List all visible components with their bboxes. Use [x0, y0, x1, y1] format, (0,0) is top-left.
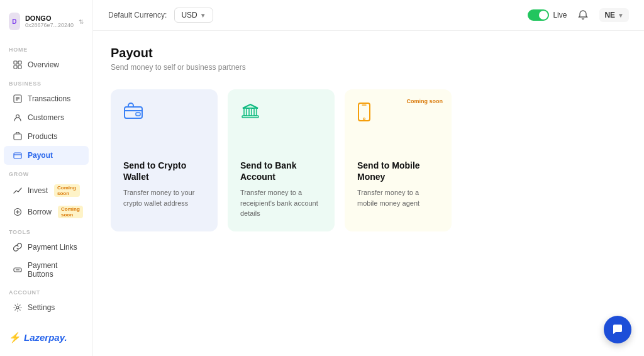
- user-initials: NE: [604, 11, 615, 19]
- sidebar-item-settings[interactable]: Settings: [4, 298, 89, 317]
- sidebar-item-transactions[interactable]: Transactions: [4, 89, 89, 108]
- sidebar-item-label: Payout: [28, 151, 53, 160]
- section-label-account: ACCOUNT: [0, 283, 92, 298]
- brand-name: DONGO: [25, 14, 74, 22]
- brand-address: 0x28676e7...20240: [25, 22, 74, 28]
- user-badge[interactable]: NE ▼: [599, 8, 629, 22]
- sidebar-item-label: Invest: [28, 186, 48, 195]
- sidebar-item-payment-buttons[interactable]: Payment Buttons: [4, 257, 89, 283]
- borrow-badge: Coming soon: [58, 206, 83, 218]
- section-label-business: BUSINESS: [0, 74, 92, 89]
- currency-select[interactable]: USD ▼: [174, 8, 213, 23]
- svg-rect-22: [249, 108, 252, 116]
- user-chevron-icon: ▼: [618, 12, 624, 19]
- sidebar-item-label: Customers: [28, 113, 64, 122]
- payout-card-bank[interactable]: Send to Bank Account Transfer money to a…: [228, 89, 335, 231]
- crypto-card-desc: Transfer money to your crypto wallet add…: [123, 187, 205, 208]
- main-content: Default Currency: USD ▼ Live NE ▼: [93, 0, 644, 356]
- topbar: Default Currency: USD ▼ Live NE ▼: [93, 0, 644, 31]
- payout-card-mobile[interactable]: Coming soon Send to Mobile Money Transfe…: [345, 89, 452, 231]
- svg-rect-0: [14, 61, 17, 64]
- mobile-card-desc: Transfer money to a mobile money agent: [357, 187, 439, 208]
- svg-rect-2: [14, 65, 17, 69]
- sidebar-item-invest[interactable]: Invest Coming soon: [4, 180, 89, 201]
- svg-rect-10: [14, 153, 21, 159]
- sidebar-item-label: Products: [28, 132, 57, 141]
- page-subtitle: Send money to self or business partners: [111, 63, 626, 72]
- svg-rect-23: [254, 108, 257, 116]
- products-icon: [13, 131, 23, 142]
- svg-rect-1: [18, 61, 21, 64]
- bank-card-desc: Transfer money to a receipient's bank ac…: [240, 187, 322, 219]
- grid-icon: [13, 60, 23, 70]
- brand-avatar: D: [9, 13, 20, 30]
- brand-chevron-icon[interactable]: ⇅: [79, 18, 84, 25]
- invest-badge: Coming soon: [54, 184, 80, 197]
- currency-label: Default Currency:: [108, 11, 167, 19]
- svg-rect-21: [244, 108, 247, 116]
- bank-card-title: Send to Bank Account: [240, 160, 322, 182]
- transactions-icon: [13, 94, 23, 104]
- toggle-thumb: [539, 11, 548, 19]
- invest-icon: [13, 186, 23, 196]
- crypto-card-title: Send to Crypto Wallet: [123, 160, 205, 182]
- notification-icon[interactable]: [577, 9, 589, 21]
- settings-icon: [13, 303, 23, 313]
- sidebar-item-label: Payment Links: [28, 243, 77, 252]
- sidebar-item-payment-links[interactable]: Payment Links: [4, 238, 89, 257]
- sidebar-item-label: Borrow: [28, 208, 52, 216]
- live-label: Live: [553, 11, 567, 19]
- button-icon: [13, 265, 23, 275]
- sidebar-item-label: Overview: [28, 60, 59, 69]
- sidebar-item-overview[interactable]: Overview: [4, 55, 89, 74]
- mobile-card-title: Send to Mobile Money: [357, 160, 439, 182]
- page-content: Payout Send money to self or business pa…: [93, 31, 644, 356]
- sidebar-item-customers[interactable]: Customers: [4, 108, 89, 127]
- currency-value: USD: [181, 11, 197, 19]
- wallet-icon: [123, 102, 205, 122]
- svg-rect-24: [242, 116, 258, 118]
- payout-cards: Send to Crypto Wallet Transfer money to …: [111, 89, 626, 231]
- customers-icon: [13, 113, 23, 123]
- borrow-icon: [13, 207, 23, 217]
- page-title: Payout: [111, 46, 626, 60]
- sidebar-item-label: Transactions: [28, 94, 70, 103]
- logo-text: Lazerpay.: [24, 332, 67, 343]
- currency-chevron-icon: ▼: [200, 12, 206, 19]
- sidebar-item-label: Settings: [28, 303, 55, 312]
- link-icon: [13, 242, 23, 252]
- sidebar-logo: ⚡ Lazerpay.: [0, 321, 92, 348]
- svg-rect-9: [14, 134, 21, 140]
- bank-icon: [240, 102, 322, 122]
- topbar-right: Live NE ▼: [528, 8, 629, 22]
- chat-bubble-button[interactable]: [604, 316, 631, 343]
- svg-marker-20: [243, 104, 258, 108]
- sidebar-item-products[interactable]: Products: [4, 127, 89, 146]
- mobile-icon: [357, 102, 439, 122]
- sidebar: D DONGO 0x28676e7...20240 ⇅ HOME Overvie…: [0, 0, 93, 356]
- section-label-home: HOME: [0, 40, 92, 55]
- svg-rect-3: [18, 65, 21, 69]
- payout-card-crypto[interactable]: Send to Crypto Wallet Transfer money to …: [111, 89, 218, 231]
- svg-point-27: [364, 118, 365, 120]
- live-toggle[interactable]: Live: [528, 9, 567, 21]
- section-label-grow: GROW: [0, 165, 92, 180]
- sidebar-item-label: Payment Buttons: [28, 261, 80, 279]
- sidebar-item-borrow[interactable]: Borrow Coming soon: [4, 201, 89, 223]
- section-label-tools: TOOLS: [0, 223, 92, 238]
- svg-point-17: [16, 306, 19, 309]
- payout-icon: [13, 150, 23, 160]
- sidebar-item-payout[interactable]: Payout: [4, 146, 89, 165]
- svg-rect-19: [136, 113, 140, 116]
- toggle-track[interactable]: [528, 9, 549, 21]
- brand-section[interactable]: D DONGO 0x28676e7...20240 ⇅: [0, 8, 92, 40]
- coming-soon-badge: Coming soon: [407, 98, 443, 104]
- brand-info: DONGO 0x28676e7...20240: [25, 14, 74, 28]
